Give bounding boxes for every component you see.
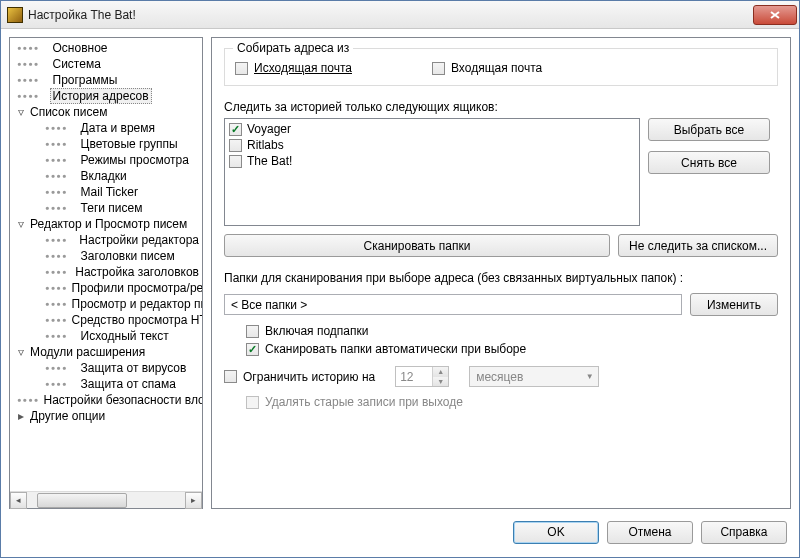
tree-item[interactable]: ∙∙∙∙Mail Ticker [10, 184, 202, 200]
tree-item-label: Теги писем [78, 200, 146, 216]
collapse-icon[interactable]: ▿ [16, 348, 25, 357]
tree-item[interactable]: ∙∙∙∙Профили просмотра/редак [10, 280, 202, 296]
content-panel: Собирать адреса из Исходящая почта Входя… [211, 37, 791, 509]
tree-item[interactable]: ∙∙∙∙Режимы просмотра [10, 152, 202, 168]
scroll-thumb[interactable] [37, 493, 127, 508]
list-item-label: Ritlabs [247, 138, 284, 152]
scroll-left-arrow[interactable]: ◂ [10, 492, 27, 509]
titlebar[interactable]: Настройка The Bat! [1, 1, 799, 29]
checkbox-icon [246, 396, 259, 409]
tree-indent [67, 332, 76, 341]
tree-indent [39, 92, 48, 101]
tree-item[interactable]: ∙∙∙∙История адресов [10, 88, 202, 104]
checkbox-icon [432, 62, 445, 75]
tree-item-label: Цветовые группы [78, 136, 181, 152]
tree-item-label: Основное [50, 40, 111, 56]
auto-scan-checkbox[interactable]: Сканировать папки автоматически при выбо… [246, 342, 778, 356]
tree-item-label: Режимы просмотра [78, 152, 192, 168]
tree-item[interactable]: ∙∙∙∙Исходный текст [10, 328, 202, 344]
ok-button[interactable]: OK [513, 521, 599, 544]
tree-item[interactable]: ∙∙∙∙Система [10, 56, 202, 72]
cancel-button[interactable]: Отмена [607, 521, 693, 544]
expand-icon[interactable]: ▸ [16, 412, 25, 421]
tree-item[interactable]: ∙∙∙∙Защита от вирусов [10, 360, 202, 376]
deselect-all-button[interactable]: Снять все [648, 151, 770, 174]
settings-window: Настройка The Bat! ∙∙∙∙Основное∙∙∙∙Систе… [0, 0, 800, 558]
list-item-label: Voyager [247, 122, 291, 136]
tree-item-label: Настройки редактора [76, 232, 202, 248]
folders-label: Папки для сканирования при выборе адреса… [224, 271, 778, 285]
tree-item[interactable]: ▿Модули расширения [10, 344, 202, 360]
ignore-list-button[interactable]: Не следить за списком... [618, 234, 778, 257]
list-item[interactable]: Voyager [227, 121, 637, 137]
horizontal-scrollbar[interactable]: ◂ ▸ [10, 491, 202, 508]
tree-item[interactable]: ∙∙∙∙Просмотр и редактор писем [10, 296, 202, 312]
tree-item[interactable]: ∙∙∙∙Теги писем [10, 200, 202, 216]
tree-item-label: Защита от вирусов [78, 360, 190, 376]
tree-indent [67, 124, 76, 133]
tree-item-label: Настройка заголовков [72, 264, 202, 280]
subfolders-checkbox[interactable]: Включая подпапки [246, 324, 778, 338]
tree-indent [39, 60, 48, 69]
close-button[interactable] [753, 5, 797, 25]
spinner-up: ▲ [433, 367, 448, 377]
tree-indent [39, 44, 48, 53]
tree-item[interactable]: ▸Другие опции [10, 408, 202, 424]
limit-history-checkbox[interactable]: Ограничить историю на [224, 370, 375, 384]
track-label: Следить за историей только следующих ящи… [224, 100, 778, 114]
purge-label: Удалять старые записи при выходе [265, 395, 463, 409]
scroll-track[interactable] [27, 492, 185, 509]
tree-item-label: История адресов [50, 88, 152, 104]
checkbox-icon [229, 139, 242, 152]
tree-item[interactable]: ∙∙∙∙Цветовые группы [10, 136, 202, 152]
tree-item[interactable]: ∙∙∙∙Защита от спама [10, 376, 202, 392]
checkbox-icon [229, 123, 242, 136]
tree-item-label: Список писем [27, 104, 110, 120]
tree-item-label: Дата и время [78, 120, 158, 136]
collapse-icon[interactable]: ▿ [16, 220, 25, 229]
select-all-button[interactable]: Выбрать все [648, 118, 770, 141]
tree-indent [67, 188, 76, 197]
close-icon [770, 11, 780, 19]
tree-indent [67, 172, 76, 181]
tree-item-label: Система [50, 56, 104, 72]
collect-groupbox: Собирать адреса из Исходящая почта Входя… [224, 48, 778, 86]
tree-item[interactable]: ∙∙∙∙Основное [10, 40, 202, 56]
list-item[interactable]: Ritlabs [227, 137, 637, 153]
change-folders-button[interactable]: Изменить [690, 293, 778, 316]
tree-item-label: Другие опции [27, 408, 108, 424]
scroll-right-arrow[interactable]: ▸ [185, 492, 202, 509]
tree-item-label: Заголовки писем [78, 248, 178, 264]
folders-input[interactable]: < Все папки > [224, 294, 682, 315]
purge-checkbox: Удалять старые записи при выходе [246, 395, 778, 409]
auto-scan-label: Сканировать папки автоматически при выбо… [265, 342, 526, 356]
tree-item-label: Профили просмотра/редак [69, 280, 202, 296]
tree-item-label: Вкладки [78, 168, 130, 184]
tree-item[interactable]: ▿Список писем [10, 104, 202, 120]
tree-item[interactable]: ∙∙∙∙Дата и время [10, 120, 202, 136]
collapse-icon[interactable]: ▿ [16, 108, 25, 117]
list-item[interactable]: The Bat! [227, 153, 637, 169]
incoming-checkbox[interactable]: Входящая почта [432, 61, 542, 75]
tree-item[interactable]: ∙∙∙∙Средство просмотра HTML [10, 312, 202, 328]
tree-item-label: Mail Ticker [78, 184, 141, 200]
scan-folders-button[interactable]: Сканировать папки [224, 234, 610, 257]
tree-item[interactable]: ∙∙∙∙Настройки редактора [10, 232, 202, 248]
spinner-down: ▼ [433, 377, 448, 387]
help-button[interactable]: Справка [701, 521, 787, 544]
checkbox-icon [229, 155, 242, 168]
checkbox-icon [235, 62, 248, 75]
tree-indent [67, 268, 71, 277]
limit-months-spinner: 12 ▲▼ [395, 366, 449, 387]
tree-item[interactable]: ∙∙∙∙Программы [10, 72, 202, 88]
mailbox-list[interactable]: VoyagerRitlabsThe Bat! [224, 118, 640, 226]
tree-item[interactable]: ▿Редактор и Просмотр писем [10, 216, 202, 232]
outgoing-checkbox[interactable]: Исходящая почта [235, 61, 352, 75]
tree-item[interactable]: ∙∙∙∙Заголовки писем [10, 248, 202, 264]
tree-item[interactable]: ∙∙∙∙Настройка заголовков [10, 264, 202, 280]
limit-unit-combo: месяцев ▼ [469, 366, 599, 387]
tree-item[interactable]: ∙∙∙∙Вкладки [10, 168, 202, 184]
nav-tree[interactable]: ∙∙∙∙Основное∙∙∙∙Система∙∙∙∙Программы∙∙∙∙… [10, 38, 202, 491]
tree-item[interactable]: ∙∙∙∙Настройки безопасности влож [10, 392, 202, 408]
tree-indent [67, 140, 76, 149]
